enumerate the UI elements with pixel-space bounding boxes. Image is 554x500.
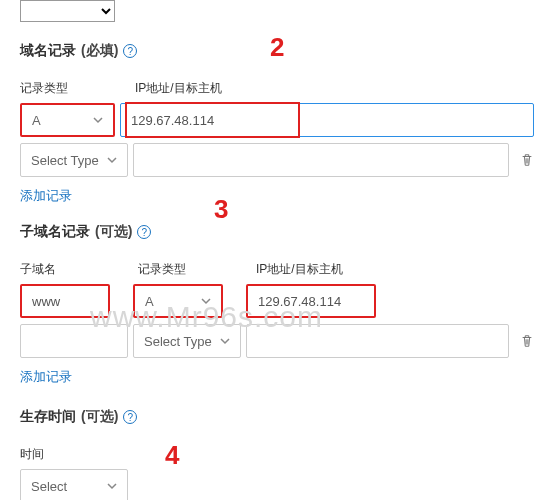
- record-type-select[interactable]: A: [20, 103, 115, 137]
- section-subdomain-records-title: 子域名记录 (可选) ?: [20, 223, 534, 241]
- label-subdomain: 子域名: [20, 261, 138, 278]
- top-dropdown[interactable]: [20, 0, 115, 22]
- label-ip-target: IP地址/目标主机: [135, 80, 534, 97]
- callout-number: 4: [165, 440, 179, 471]
- add-record-link[interactable]: 添加记录: [20, 368, 72, 386]
- section-ttl-title: 生存时间 (可选) ?: [20, 408, 534, 426]
- ip-input[interactable]: [246, 324, 509, 358]
- record-type-select[interactable]: Select Type: [20, 143, 128, 177]
- ip-input[interactable]: [246, 284, 376, 318]
- help-icon[interactable]: ?: [137, 225, 151, 239]
- trash-icon[interactable]: [520, 334, 534, 348]
- callout-number: 3: [214, 194, 228, 225]
- chevron-down-icon: [107, 155, 117, 165]
- subdomain-input[interactable]: [20, 324, 128, 358]
- ip-input[interactable]: [120, 103, 534, 137]
- label-record-type: 记录类型: [20, 80, 135, 97]
- label-ip-target: IP地址/目标主机: [256, 261, 534, 278]
- help-icon[interactable]: ?: [123, 410, 137, 424]
- chevron-down-icon: [220, 336, 230, 346]
- record-type-select[interactable]: Select Type: [133, 324, 241, 358]
- chevron-down-icon: [201, 296, 211, 306]
- callout-number: 2: [270, 32, 284, 63]
- ttl-select[interactable]: Select: [20, 469, 128, 500]
- subdomain-input[interactable]: [20, 284, 110, 318]
- chevron-down-icon: [93, 115, 103, 125]
- add-record-link[interactable]: 添加记录: [20, 187, 72, 205]
- label-time: 时间: [20, 446, 44, 463]
- record-type-select[interactable]: A: [133, 284, 223, 318]
- ip-input[interactable]: [133, 143, 509, 177]
- help-icon[interactable]: ?: [123, 44, 137, 58]
- chevron-down-icon: [107, 481, 117, 491]
- label-record-type: 记录类型: [138, 261, 256, 278]
- trash-icon[interactable]: [520, 153, 534, 167]
